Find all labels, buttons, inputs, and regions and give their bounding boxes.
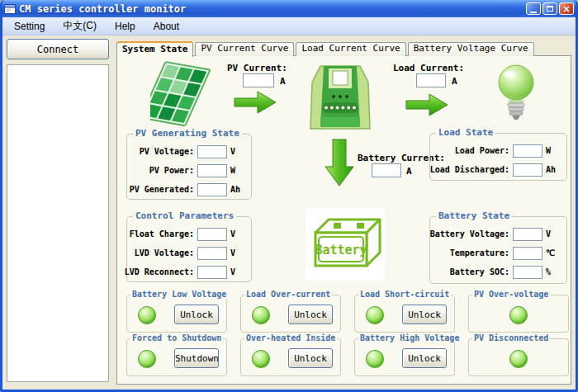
system-state-panel: PV Current: A Load Current: A — [116, 55, 571, 385]
status-led — [509, 306, 528, 324]
load-current-input[interactable] — [416, 73, 446, 87]
load-discharged-input[interactable] — [513, 163, 542, 177]
field-row: Battery Voltage: V — [430, 224, 566, 243]
float-charge-unit: V — [230, 229, 246, 239]
tab-load-current-curve[interactable]: Load Current Curve — [296, 42, 405, 56]
pv-generated-unit: Ah — [230, 185, 246, 194]
close-icon: × — [562, 4, 571, 14]
lvd-reconnect-input[interactable] — [197, 266, 227, 279]
field-row: Load Power: W — [430, 141, 566, 160]
battery-soc-unit: % — [546, 267, 561, 276]
alarm-title: Battery High Voltage — [358, 333, 461, 342]
load-discharged-unit: Ah — [546, 165, 561, 174]
battery-icon-text: Battery — [315, 243, 367, 257]
battery-voltage-input[interactable] — [513, 228, 542, 241]
pv-generated-label: PV Generated: — [130, 185, 194, 194]
close-button[interactable]: × — [559, 2, 574, 15]
status-led — [252, 306, 270, 324]
load-power-input[interactable] — [513, 144, 542, 158]
alarm-pv-over-voltage: PV Over-voltage — [468, 295, 569, 333]
pv-voltage-label: PV Voltage: — [140, 147, 194, 156]
pv-current-input[interactable] — [243, 73, 274, 87]
menu-about[interactable]: About — [144, 18, 188, 35]
field-row: Float Charge: V — [127, 224, 251, 243]
group-title: PV Generating State — [133, 128, 242, 139]
battery-soc-input[interactable] — [513, 266, 542, 279]
alarm-battery-high-voltage: Battery High Voltage Unlock — [354, 338, 455, 376]
pv-power-input[interactable] — [197, 164, 227, 177]
menu-help[interactable]: Help — [106, 18, 144, 35]
menu-chinese[interactable]: 中文(C) — [54, 17, 106, 35]
group-title: Load State — [436, 127, 495, 138]
shutdown-button[interactable]: Shutdown — [174, 348, 219, 368]
tab-pv-current-curve[interactable]: PV Current Curve — [195, 42, 294, 56]
load-power-unit: W — [546, 146, 561, 155]
load-discharged-label: Load Discharged: — [430, 165, 509, 174]
menubar: Setting 中文(C) Help About — [0, 17, 578, 35]
pv-current-unit: A — [280, 76, 286, 87]
alarm-title: Load Over-current — [244, 290, 332, 299]
battery-current-unit: A — [406, 166, 412, 177]
temperature-input[interactable] — [513, 247, 542, 260]
pv-voltage-unit: V — [230, 147, 246, 156]
unlock-button[interactable]: Unlock — [402, 348, 447, 368]
arrow-right-icon — [234, 90, 278, 115]
lvd-voltage-label: LVD Voltage: — [135, 248, 194, 257]
status-led — [138, 306, 156, 324]
alarm-load-short-circuit: Load Short-circuit Unlock — [354, 295, 455, 333]
battery-state-group: Battery State Battery Voltage: V Tempera… — [429, 216, 567, 284]
connect-button[interactable]: Connect — [7, 39, 109, 59]
battery-voltage-label: Battery Voltage: — [430, 229, 509, 239]
arrow-down-icon — [324, 139, 355, 188]
pv-power-label: PV Power: — [149, 166, 194, 175]
alarm-title: Over-heated Inside — [244, 333, 337, 342]
tab-system-state[interactable]: System State — [116, 41, 193, 57]
menu-setting[interactable]: Setting — [5, 18, 54, 35]
maximize-icon — [547, 6, 553, 12]
battery-soc-label: Battery SOC: — [450, 267, 509, 276]
alarm-load-over-current: Load Over-current Unlock — [240, 295, 341, 333]
lvd-voltage-unit: V — [230, 248, 246, 257]
field-row: Temperature: ℃ — [430, 243, 566, 262]
group-title: Battery State — [436, 210, 512, 221]
maximize-button[interactable] — [542, 2, 557, 15]
unlock-button[interactable]: Unlock — [174, 305, 219, 324]
pv-current-label: PV Current: — [227, 63, 287, 73]
lvd-voltage-input[interactable] — [197, 247, 227, 260]
lvd-reconnect-label: LVD Reconnect: — [125, 267, 194, 276]
minimize-icon — [530, 12, 537, 13]
battery-icon-svg: Battery — [307, 211, 383, 277]
field-row: PV Voltage: V — [127, 142, 251, 161]
battery-voltage-unit: V — [546, 229, 561, 239]
unlock-button[interactable]: Unlock — [288, 305, 333, 324]
temperature-label: Temperature: — [450, 248, 509, 257]
alarm-pv-disconnected: PV Disconnected — [468, 338, 569, 376]
titlebar[interactable]: CM series controller monitor × — [0, 0, 578, 17]
pv-generated-input[interactable] — [197, 183, 227, 196]
pv-voltage-input[interactable] — [197, 145, 227, 158]
group-title: Control Parameters — [133, 210, 236, 221]
status-led — [366, 306, 384, 324]
alarm-title: PV Over-voltage — [472, 290, 550, 299]
status-led — [252, 350, 270, 368]
app-window: CM series controller monitor × Setting 中… — [0, 0, 578, 392]
battery-icon: Battery — [306, 208, 385, 281]
solar-panel-icon — [150, 61, 211, 130]
window-title: CM series controller monitor — [19, 3, 524, 15]
control-parameters-group: Control Parameters Float Charge: V LVD V… — [126, 216, 252, 282]
controller-icon — [306, 63, 375, 132]
tabstrip: System State PV Current Curve Load Curre… — [116, 40, 536, 56]
field-row: PV Generated: Ah — [127, 180, 251, 199]
device-list[interactable] — [7, 64, 109, 382]
battery-current-input[interactable] — [372, 163, 401, 177]
load-current-unit: A — [452, 76, 457, 87]
float-charge-input[interactable] — [197, 228, 227, 241]
unlock-button[interactable]: Unlock — [288, 348, 333, 368]
unlock-button[interactable]: Unlock — [402, 305, 447, 324]
field-row: LVD Voltage: V — [127, 243, 251, 262]
alarm-over-heated-inside: Over-heated Inside Unlock — [240, 338, 341, 376]
minimize-button[interactable] — [526, 2, 541, 15]
tab-battery-voltage-curve[interactable]: Battery Voltage Curve — [408, 42, 534, 56]
load-state-group: Load State Load Power: W Load Discharged… — [429, 133, 567, 181]
load-current-label: Load Current: — [393, 63, 464, 73]
